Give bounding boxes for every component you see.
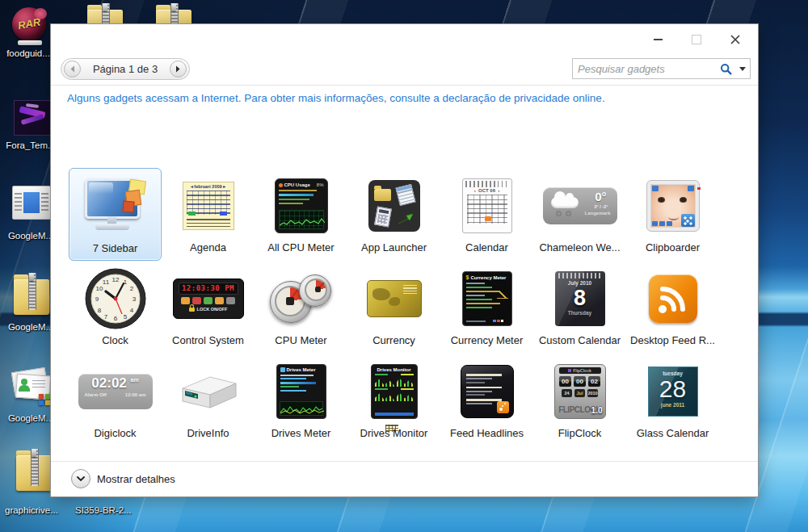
gadget-label: Feed Headlines: [450, 427, 524, 439]
app-window-icon: [12, 186, 51, 220]
gadget-item-currency[interactable]: Currency: [347, 261, 440, 354]
desktop-icon-graphicriver[interactable]: [16, 449, 52, 494]
previous-page-button[interactable]: [64, 61, 81, 77]
calendar-icon: ‹ OCT 06 ›: [462, 171, 512, 241]
currency-meter-icon: $Currency Meter: [462, 264, 512, 333]
gadget-item-7-sidebar[interactable]: 7 Sidebar: [69, 168, 162, 261]
gadget-label: Drives Monitor: [360, 427, 428, 439]
contacts-file-icon: [10, 365, 52, 407]
gadget-label: Glass Calendar: [637, 427, 709, 439]
gadget-item-feed-headlines[interactable]: Feed Headlines: [440, 354, 533, 446]
image-file-icon: [14, 100, 51, 136]
page-navigation: Página 1 de 3: [61, 58, 190, 80]
privacy-notice: Alguns gadgets acessam a Internet. Para …: [67, 92, 742, 104]
gadget-item-currency-meter[interactable]: $Currency MeterCurrency Meter: [440, 261, 533, 354]
gadget-label: App Launcher: [361, 241, 427, 253]
svg-text:8: 8: [97, 307, 101, 314]
gadget-search: [572, 58, 751, 79]
gadget-item-agenda[interactable]: ◂ februari 2009 ▸Agenda: [162, 168, 255, 261]
currency-icon: [367, 264, 422, 333]
chevron-down-circle-icon: [71, 469, 90, 488]
gadget-grid: 7 Sidebar◂ februari 2009 ▸AgendaCPU Usag…: [69, 168, 719, 446]
chameleon-weather-icon: 0°2° / -2°Langemark: [543, 171, 617, 241]
gadget-item-clipboarder[interactable]: Clipboarder: [626, 168, 719, 261]
desktop-icon-foodguide[interactable]: RAR: [10, 6, 48, 45]
svg-text:7: 7: [103, 313, 107, 320]
flipclock-icon: FlipClock00000224Jul2010FLIPCLOCK1.0: [554, 357, 606, 426]
gadget-item-calendar[interactable]: ‹ OCT 06 ›Calendar: [440, 168, 533, 261]
gadget-item-custom-calendar[interactable]: July 20108ThursdayCustom Calendar: [533, 261, 626, 354]
gadget-label: Custom Calendar: [539, 334, 621, 346]
gadget-label: Currency: [372, 334, 415, 346]
svg-text:4: 4: [129, 307, 133, 314]
maximize-icon: [692, 35, 701, 44]
gadget-item-chameleon-we[interactable]: 0°2° / -2°LangemarkChameleon We...: [533, 168, 626, 261]
svg-text:2: 2: [129, 285, 133, 292]
toolbar-separator: [51, 85, 758, 86]
svg-text:9: 9: [95, 295, 99, 303]
gadget-label: Chameleon We...: [539, 241, 620, 253]
gadget-item-drives-meter[interactable]: Drives MeterDrives Meter: [255, 354, 347, 446]
gadget-label: Agenda: [190, 241, 226, 253]
gadget-label: CPU Meter: [275, 334, 326, 346]
drives-meter-icon: Drives Meter: [276, 357, 326, 426]
gadget-label: Drives Meter: [271, 427, 331, 439]
svg-text:6: 6: [113, 315, 117, 322]
feed-headlines-icon: [461, 357, 514, 426]
desktop-icon-googlem-3[interactable]: [10, 365, 52, 407]
clock-icon: 123691245781011: [84, 264, 147, 333]
details-separator: [51, 461, 758, 462]
gadget-label: Digiclock: [94, 427, 136, 439]
gadget-item-all-cpu-meter[interactable]: CPU Usage8%All CPU Meter: [255, 168, 347, 261]
control-system-icon: 12:03:30 PMLOCK ON/OFF: [173, 264, 244, 333]
all-cpu-meter-icon: CPU Usage8%: [275, 171, 328, 241]
gadget-item-glass-calendar[interactable]: tuesday28june 2011Glass Calendar: [626, 354, 719, 446]
app-launcher-icon: [368, 171, 420, 241]
gadget-label: All CPU Meter: [267, 241, 334, 253]
desktop-icon-fora[interactable]: [14, 100, 51, 136]
driveinfo-icon: [176, 357, 241, 426]
gadget-gallery-window: Página 1 de 3 Alguns gadgets acessam a I…: [51, 24, 758, 496]
agenda-icon: ◂ februari 2009 ▸: [183, 171, 234, 241]
gadget-label: Desktop Feed R...: [630, 334, 715, 346]
gadget-item-clock[interactable]: 123691245781011Clock: [69, 261, 162, 354]
gadget-search-input[interactable]: [573, 63, 717, 75]
svg-text:5: 5: [123, 313, 127, 320]
minimize-button[interactable]: [638, 29, 677, 50]
gadget-item-control-system[interactable]: 12:03:30 PMLOCK ON/OFFControl System: [162, 261, 255, 354]
cpu-meter-icon: [267, 264, 336, 333]
search-scope-dropdown[interactable]: [735, 59, 750, 78]
gadget-item-flipclock[interactable]: FlipClock00000224Jul2010FLIPCLOCK1.0Flip…: [533, 354, 626, 446]
gadget-item-desktop-feed-r[interactable]: Desktop Feed R...: [626, 261, 719, 354]
search-icon[interactable]: [720, 63, 732, 75]
desktop-icon-label: graphicrive...: [5, 505, 58, 515]
digiclock-icon: 02:02 amAlarm Off12:00 am: [78, 357, 153, 426]
gadget-label: Currency Meter: [451, 334, 524, 346]
gadget-item-app-launcher[interactable]: App Launcher: [347, 168, 440, 261]
custom-calendar-icon: July 20108Thursday: [555, 264, 605, 333]
maximize-button[interactable]: [677, 29, 716, 50]
drives-monitor-icon: Drives Monitor: [371, 357, 418, 426]
arrow-right-icon: [175, 65, 181, 73]
show-details-toggle[interactable]: Mostrar detalhes: [71, 469, 175, 488]
show-details-label: Mostrar detalhes: [97, 473, 175, 485]
desktop-icon-googlem-1[interactable]: [12, 186, 51, 220]
window-caption-buttons: [638, 29, 755, 50]
next-page-button[interactable]: [170, 61, 187, 77]
gadget-item-cpu-meter[interactable]: CPU Meter: [255, 261, 347, 354]
svg-text:11: 11: [102, 279, 109, 286]
minimize-icon: [654, 39, 663, 40]
zip-folder-icon: [14, 273, 49, 318]
svg-text:10: 10: [95, 285, 103, 292]
gadget-item-driveinfo[interactable]: DriveInfo: [162, 354, 255, 446]
clipboarder-icon: [646, 171, 700, 241]
gadget-item-digiclock[interactable]: 02:02 amAlarm Off12:00 amDigiclock: [69, 354, 162, 446]
gadget-label: 7 Sidebar: [93, 242, 138, 254]
glass-calendar-icon: tuesday28june 2011: [648, 357, 698, 426]
desktop-icon-label: foodguid...: [0, 48, 57, 58]
gadget-item-drives-monitor[interactable]: Drives MonitorDrives Monitor: [347, 354, 440, 446]
desktop-feed-reader-icon: [649, 264, 697, 333]
close-button[interactable]: [716, 29, 755, 50]
desktop-icon-googlem-2[interactable]: [14, 273, 49, 318]
gadget-label: DriveInfo: [187, 427, 229, 439]
